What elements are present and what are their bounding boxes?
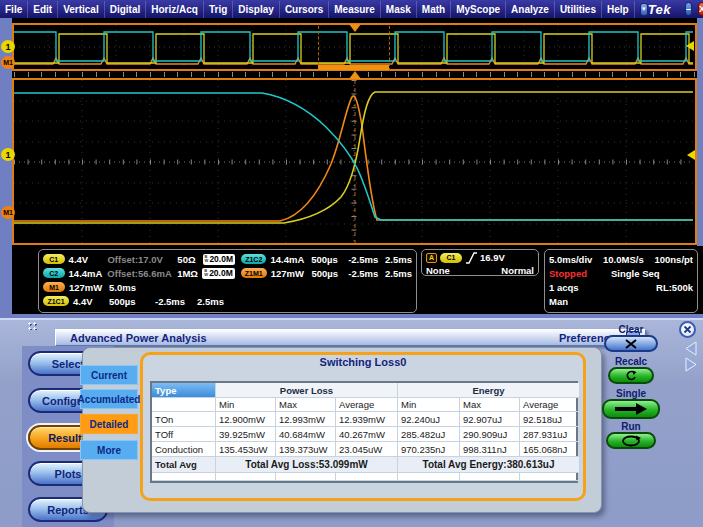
z1m1-badge[interactable]: Z1M1 — [241, 268, 267, 278]
total-avg-label: Total Avg — [152, 457, 216, 473]
acquisition-readout: 5.0ms/div 10.0MS/s 100ns/pt Stopped Sing… — [544, 249, 698, 313]
single-arrow-icon — [614, 403, 648, 415]
menu-cursors[interactable]: Cursors — [280, 1, 329, 18]
subheader-average: Average — [336, 398, 398, 412]
overview-math1-marker[interactable]: M1 — [1, 56, 15, 69]
row-conduction: Conduction — [152, 442, 216, 457]
zoom-region-right-edge[interactable] — [389, 26, 390, 71]
zoom-region-bar[interactable] — [318, 65, 389, 70]
subheader-min: Min — [216, 398, 276, 412]
row-ton: TOn — [152, 412, 216, 427]
z1c2-badge[interactable]: Z1C2 — [241, 254, 266, 264]
tek-logo: Tek — [648, 2, 671, 17]
timebase: 5.0ms/div — [549, 254, 592, 265]
c2-scale: 14.4mA — [69, 268, 108, 279]
single-button[interactable] — [602, 399, 660, 419]
c2-badge[interactable]: C2 — [43, 268, 65, 278]
main-math1-marker[interactable]: M1 — [1, 206, 15, 219]
trigger-mode: Normal — [501, 265, 534, 276]
toff-energy-min: 285.482uJ — [398, 427, 460, 442]
menu-analyze[interactable]: Analyze — [506, 1, 555, 18]
col-header-energy: Energy — [398, 383, 580, 398]
tab-detailed[interactable]: Detailed — [80, 414, 138, 434]
acq-count: 1 acqs — [549, 282, 579, 293]
menu-digital[interactable]: Digital — [105, 1, 147, 18]
panel-header: Advanced Power Analysis Preferences ▼ — [55, 329, 646, 346]
panel-title: Advanced Power Analysis — [70, 332, 207, 344]
tab-more[interactable]: More — [80, 440, 138, 460]
cond-energy-max: 998.311nJ — [460, 442, 520, 457]
recalc-label: Recalc — [600, 356, 662, 367]
z1c1-scale: 4.4V — [73, 296, 109, 307]
tab-accumulated[interactable]: Accumulated — [80, 389, 138, 409]
m1-scale: 127mW — [69, 282, 109, 293]
readout-row-m1: M1 127mW 5.0ms — [43, 280, 412, 294]
z1m1-t1: -2.5ms — [348, 268, 385, 279]
recalc-button[interactable] — [608, 367, 654, 384]
nav-right-arrow[interactable] — [684, 357, 698, 372]
menu-display[interactable]: Display — [233, 1, 280, 18]
menu-vertical[interactable]: Vertical — [58, 1, 105, 18]
menu-dropdown-button[interactable]: ▼ — [640, 3, 648, 16]
z1c2-time: 500µs — [311, 254, 348, 265]
trigger-position-marker-top[interactable] — [349, 24, 361, 32]
clear-label: Clear — [600, 324, 662, 335]
clear-button[interactable] — [604, 335, 658, 352]
readout-row-c2: C2 14.4mA Offset:56.6mA 1MΩ BW20.0M Z1M1… — [43, 266, 412, 280]
c1-bandwidth[interactable]: BW20.0M — [203, 254, 235, 265]
panel-grip-icon[interactable] — [27, 321, 37, 330]
menu-myscope[interactable]: MyScope — [451, 1, 506, 18]
trigger-holdoff: None — [426, 265, 450, 276]
subheader-average: Average — [520, 398, 580, 412]
acq-man: Man — [549, 296, 568, 307]
trigger-level-marker-icon[interactable] — [687, 150, 695, 160]
menu-help[interactable]: Help — [602, 1, 635, 18]
run-loop-icon — [620, 435, 642, 447]
c1-offset: Offset:17.0V — [107, 254, 177, 265]
oscilloscope-screen: File Edit Vertical Digital Horiz/Acq Tri… — [0, 0, 703, 527]
tab-current[interactable]: Current — [80, 365, 138, 385]
z1c1-t2: 2.5ms — [197, 296, 224, 307]
menu-utilities[interactable]: Utilities — [555, 1, 602, 18]
trigger-source-badge[interactable]: C1 — [440, 253, 462, 263]
resolution: 100ns/pt — [654, 254, 693, 265]
subheader-max: Max — [460, 398, 520, 412]
c2-bandwidth[interactable]: BW20.0M — [202, 268, 234, 279]
close-button[interactable]: X — [698, 2, 703, 16]
toff-ploss-avg: 40.267mW — [336, 427, 398, 442]
z1c2-scale: 14.4mA — [270, 254, 311, 265]
cond-ploss-min: 135.453uW — [216, 442, 276, 457]
switching-loss-table: Type Power Loss Energy Min Max Average M… — [150, 381, 578, 483]
run-button[interactable] — [606, 432, 656, 449]
menu-measure[interactable]: Measure — [329, 1, 381, 18]
menu-file[interactable]: File — [0, 1, 28, 18]
acq-mode: Single Seq — [611, 268, 660, 279]
sample-rate: 10.0MS/s — [603, 254, 644, 265]
total-avg-loss: Total Avg Loss:53.099mW — [216, 457, 398, 473]
acq-state: Stopped — [549, 268, 611, 279]
menu-math[interactable]: Math — [417, 1, 451, 18]
panel-close-button[interactable] — [679, 321, 696, 338]
recalc-icon — [625, 370, 637, 382]
menu-trig[interactable]: Trig — [204, 1, 233, 18]
nav-left-arrow[interactable] — [684, 341, 698, 356]
zoom-waveform-window[interactable] — [12, 78, 697, 245]
z1m1-t2: 2.5ms — [385, 268, 412, 279]
menu-edit[interactable]: Edit — [28, 1, 58, 18]
z1m1-scale: 127mW — [271, 268, 312, 279]
zoom-waveforms — [14, 80, 693, 243]
z1c1-badge[interactable]: Z1C1 — [43, 296, 69, 306]
trigger-a-badge: A — [426, 253, 437, 263]
trigger-position-marker-bottom[interactable] — [349, 71, 361, 79]
minimize-button[interactable]: – — [685, 2, 692, 16]
m1-badge[interactable]: M1 — [43, 282, 65, 292]
menu-mask[interactable]: Mask — [381, 1, 417, 18]
main-ch1-marker[interactable]: 1 — [1, 148, 15, 161]
ton-ploss-max: 12.993mW — [276, 412, 336, 427]
close-x-icon — [683, 325, 692, 334]
overview-ch1-marker[interactable]: 1 — [1, 40, 15, 53]
menu-horiz-acq[interactable]: Horiz/Acq — [146, 1, 204, 18]
readout-row-z1c1: Z1C1 4.4V 500µs -2.5ms 2.5ms — [43, 294, 412, 308]
c1-badge[interactable]: C1 — [43, 254, 65, 264]
cond-ploss-avg: 23.045uW — [336, 442, 398, 457]
